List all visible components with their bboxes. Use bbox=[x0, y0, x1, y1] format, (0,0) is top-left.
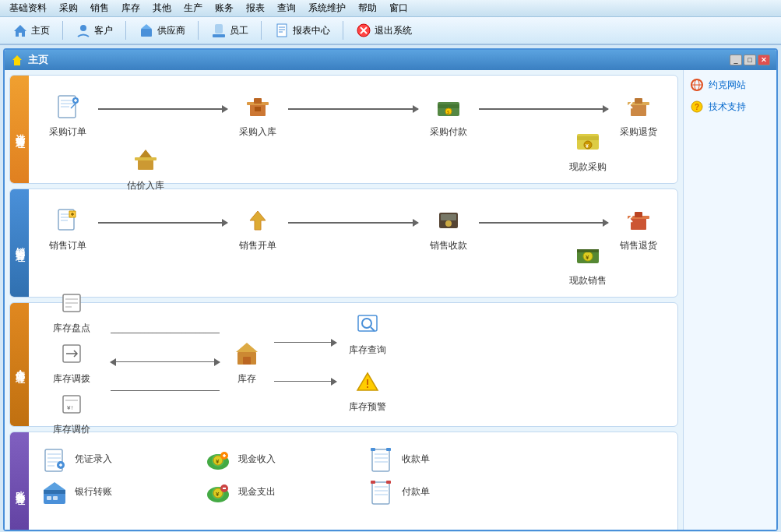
finance-content: 凭证录入 ¥ bbox=[29, 432, 677, 530]
svg-rect-33 bbox=[135, 157, 157, 160]
window-title: 主页 bbox=[11, 53, 48, 67]
fin-bank-item[interactable]: 银行转账 bbox=[40, 479, 181, 507]
wh-price-item[interactable]: ¥↑ 库存调价 bbox=[40, 389, 103, 436]
svg-marker-45 bbox=[250, 211, 266, 230]
fin-voucher-item[interactable]: 凭证录入 bbox=[40, 446, 181, 474]
svg-rect-88 bbox=[372, 449, 389, 471]
warehouse-section: 仓库管理 bbox=[9, 302, 678, 427]
sales-return-label: 销售退货 bbox=[620, 239, 657, 252]
warehouse-content: 库存盘点 库存调拨 bbox=[29, 303, 677, 426]
toolbar-employee[interactable]: 员工 bbox=[205, 20, 255, 41]
svg-rect-92 bbox=[371, 448, 375, 451]
purchase-in-label: 采购入库 bbox=[239, 125, 276, 139]
toolbar-sep-2 bbox=[125, 21, 126, 40]
toolbar-report[interactable]: 报表中心 bbox=[268, 20, 336, 41]
wh-query-item[interactable]: 库存查询 bbox=[336, 309, 399, 357]
fin-receipt-icon bbox=[368, 446, 396, 474]
svg-marker-0 bbox=[14, 25, 26, 37]
svg-marker-13 bbox=[12, 55, 22, 65]
purchase-order-icon bbox=[52, 91, 83, 122]
sales-receipt-item[interactable]: 销售收款 bbox=[421, 205, 476, 252]
menu-other[interactable]: 其他 bbox=[146, 0, 178, 16]
svg-rect-36 bbox=[577, 136, 599, 140]
support-icon: ? bbox=[690, 100, 704, 114]
menu-sales[interactable]: 销售 bbox=[84, 0, 115, 16]
purchase-return-item[interactable]: 采购退货 bbox=[611, 91, 666, 139]
toolbar-sep-4 bbox=[261, 21, 262, 40]
purchase-in-item[interactable]: 采购入库 bbox=[230, 91, 285, 139]
toolbar: 主页 客户 供应商 员工 报表中心 bbox=[0, 17, 781, 45]
menu-production[interactable]: 生产 bbox=[178, 0, 209, 16]
window-icon bbox=[11, 54, 23, 66]
tech-support-link[interactable]: ? 技术支持 bbox=[690, 100, 770, 114]
toolbar-supplier[interactable]: 供应商 bbox=[132, 20, 192, 41]
svg-rect-96 bbox=[47, 496, 51, 500]
main-window: 主页 _ □ ✕ 进货管理 bbox=[3, 48, 778, 531]
fin-pay-icon bbox=[368, 479, 396, 507]
menu-query[interactable]: 查询 bbox=[271, 0, 302, 16]
svg-rect-31 bbox=[635, 98, 642, 104]
menu-system[interactable]: 系统维护 bbox=[302, 0, 352, 16]
purchase-pay-item[interactable]: $ 采购付款 bbox=[421, 91, 476, 139]
svg-point-48 bbox=[445, 220, 452, 227]
svg-rect-49 bbox=[631, 217, 646, 230]
purchase-pay-label: 采购付款 bbox=[430, 125, 467, 139]
menu-purchase[interactable]: 采购 bbox=[53, 0, 84, 16]
maximize-button[interactable]: □ bbox=[744, 55, 756, 65]
customer-icon bbox=[76, 23, 91, 38]
sales-order-item[interactable]: 销售订单 bbox=[40, 205, 95, 252]
purchase-return-label: 采购退货 bbox=[620, 125, 657, 139]
menu-help[interactable]: 帮助 bbox=[352, 0, 383, 16]
svg-rect-23 bbox=[254, 98, 262, 104]
window-controls: _ □ ✕ bbox=[730, 55, 770, 65]
toolbar-home[interactable]: 主页 bbox=[6, 20, 56, 41]
cash-purchase-label: 现款采购 bbox=[569, 160, 607, 174]
cash-sales-item[interactable]: ¥ 现款销售 bbox=[561, 240, 615, 287]
yuke-website-link[interactable]: 约克网站 bbox=[690, 78, 770, 92]
sales-open-label: 销售开单 bbox=[239, 239, 276, 252]
sales-open-item[interactable]: 销售开单 bbox=[230, 205, 285, 252]
menu-report[interactable]: 报表 bbox=[240, 0, 271, 16]
toolbar-exit[interactable]: 退出系统 bbox=[350, 20, 418, 41]
purchase-content: 采购订单 bbox=[29, 76, 677, 183]
estimate-in-item[interactable]: 估价入库 bbox=[118, 145, 173, 192]
fin-receipt-item[interactable]: 收款单 bbox=[368, 446, 508, 474]
cash-purchase-icon: ¥ bbox=[572, 126, 603, 157]
wh-query-icon bbox=[352, 309, 383, 340]
wh-main-item[interactable]: 库存 bbox=[220, 338, 274, 386]
sales-return-item[interactable]: 销售退货 bbox=[611, 205, 666, 252]
fin-voucher-icon bbox=[40, 446, 69, 474]
wh-adjust-item[interactable]: 库存调拨 bbox=[40, 338, 103, 386]
yuke-link-label: 约克网站 bbox=[709, 79, 746, 92]
purchase-section: 进货管理 bbox=[9, 75, 678, 184]
toolbar-customer[interactable]: 客户 bbox=[69, 20, 119, 41]
sales-open-icon bbox=[242, 205, 273, 236]
menu-finance[interactable]: 账务 bbox=[209, 0, 240, 16]
svg-rect-6 bbox=[277, 24, 287, 37]
toolbar-sep-1 bbox=[62, 21, 63, 40]
menu-window[interactable]: 窗口 bbox=[383, 0, 414, 16]
menu-basics[interactable]: 基础资料 bbox=[3, 0, 53, 16]
sales-label: 销售管理 bbox=[10, 189, 29, 297]
svg-rect-47 bbox=[441, 214, 456, 220]
toolbar-sep-3 bbox=[198, 21, 199, 40]
svg-marker-98 bbox=[44, 482, 65, 490]
purchase-order-item[interactable]: 采购订单 bbox=[40, 91, 95, 139]
menu-inventory[interactable]: 库存 bbox=[115, 0, 146, 16]
globe-icon bbox=[690, 78, 704, 92]
svg-rect-72 bbox=[367, 386, 368, 388]
svg-rect-26 bbox=[438, 104, 459, 108]
minimize-button[interactable]: _ bbox=[730, 55, 742, 65]
cash-sales-icon: ¥ bbox=[572, 240, 603, 271]
svg-rect-55 bbox=[577, 249, 599, 252]
fin-cash-out-item[interactable]: ¥ 现金支出 bbox=[204, 479, 344, 507]
svg-rect-4 bbox=[215, 24, 223, 33]
wh-check-item[interactable]: 库存盘点 bbox=[40, 287, 103, 335]
wh-warn-item[interactable]: 库存预警 bbox=[336, 366, 399, 414]
fin-pay-item[interactable]: 付款单 bbox=[368, 479, 508, 507]
estimate-in-icon bbox=[130, 145, 161, 176]
close-button[interactable]: ✕ bbox=[758, 55, 770, 65]
cash-purchase-item[interactable]: ¥ 现款采购 bbox=[561, 126, 615, 174]
fin-cash-in-item[interactable]: ¥ 现金收入 bbox=[204, 446, 344, 474]
svg-rect-51 bbox=[635, 212, 642, 217]
